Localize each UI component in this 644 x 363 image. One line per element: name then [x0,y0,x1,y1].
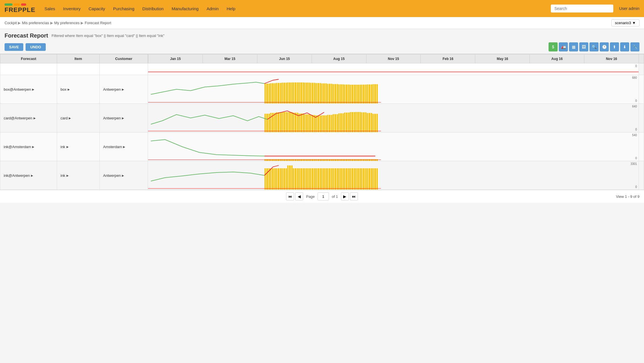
page-input[interactable] [318,192,329,200]
scrollbar-cell-3[interactable] [639,161,644,190]
user-admin[interactable]: User admin [619,6,639,11]
customer-cell-0[interactable]: Antwerpen ▶ [100,85,148,94]
item-cell-3[interactable]: ink ▶ [57,171,99,180]
truck-icon-btn[interactable]: 🚛 [559,42,568,51]
first-page-btn[interactable]: ⏮ [286,192,294,200]
save-button[interactable]: SAVE [5,43,23,51]
scrollbar-cell-1[interactable] [639,104,644,132]
empty-row: 0 [0,63,644,75]
col-header-forecast: Forecast [0,54,57,63]
nav-capacity[interactable]: Capacity [85,4,109,13]
clock-icon-btn[interactable]: 🕐 [600,42,609,51]
th-may16: May 16 [475,55,530,63]
forecast-cell-1[interactable]: card@Antwerpen ▶ [0,114,57,123]
prev-page-btn[interactable]: ◀ [295,192,303,200]
nav-manufacturing[interactable]: Manufacturing [168,4,202,13]
table-icon-btn[interactable]: ▦ [569,42,578,51]
col-header-timeseries: Jan 15 Mar 15 Jun 15 Aug 15 Nov 15 Feb 1… [148,54,639,63]
table-row: box@Antwerpen ▶ box ▶ Antwerpen ▶ [0,75,644,104]
item-cell-1[interactable]: card ▶ [57,114,99,123]
forecast-cell-0[interactable]: box@Antwerpen ▶ [0,85,57,94]
nav-purchasing[interactable]: Purchasing [110,4,138,13]
customer-cell-1[interactable]: Antwerpen ▶ [100,114,148,123]
th-mar15: Mar 15 [203,55,257,63]
breadcrumb-bar: Cockpit ▶ Mis preferencias ▶ My preferen… [0,17,644,29]
breadcrumb-cockpit[interactable]: Cockpit [5,21,17,25]
th-aug16: Aug 16 [530,55,584,63]
page-header: Forecast Report Filtered where Item equa… [0,29,644,41]
scrollbar-cell-0[interactable] [639,75,644,104]
wrench-icon-btn[interactable]: 🔧 [630,42,639,51]
search-icon-btn[interactable]: 🔍 [589,42,599,51]
th-nov16: Nov 16 [584,55,639,63]
toolbar: SAVE UNDO $ 🚛 ▦ 🖼 🔍 🕐 ⬆ ⬇ 🔧 [0,41,644,54]
page-title: Forecast Report [5,32,48,39]
table-row: ink@Antwerpen ▶ ink ▶ Antwerpen ▶ [0,161,644,190]
pagination-bar: ⏮ ◀ Page of 1 ▶ ⏭ View 1 - 9 of 9 [0,190,644,203]
nav-sales[interactable]: Sales [41,4,59,13]
forecast-cell-3[interactable]: ink@Antwerpen ▶ [0,171,57,180]
view-info: View 1 - 9 of 9 [358,194,639,199]
last-page-btn[interactable]: ⏭ [350,192,358,200]
breadcrumb-mis[interactable]: Mis preferencias [22,21,49,25]
breadcrumb: Cockpit ▶ Mis preferencias ▶ My preferen… [5,21,111,25]
col-header-item: Item [57,54,100,63]
pagination-controls: ⏮ ◀ Page of 1 ▶ ⏭ [286,192,358,200]
undo-button[interactable]: UNDO [26,43,45,51]
th-nov15: Nov 15 [366,55,421,63]
top-nav: FREPPLE Sales Inventory Capacity Purchas… [0,0,644,17]
search-input[interactable] [551,5,613,13]
th-aug15: Aug 15 [312,55,366,63]
scrollbar-cell[interactable] [639,63,644,75]
customer-cell-2[interactable]: Amsterdam ▶ [100,142,148,151]
nav-help[interactable]: Help [223,4,239,13]
th-jan15: Jan 15 [148,55,203,63]
nav-inventory[interactable]: Inventory [60,4,84,13]
item-cell-0[interactable]: box ▶ [57,85,99,94]
logo[interactable]: FREPPLE [5,3,35,14]
nav-admin[interactable]: Admin [203,4,222,13]
table-row: card@Antwerpen ▶ card ▶ Antwerpen ▶ [0,104,644,132]
th-jun15: Jun 15 [257,55,312,63]
table-row: ink@Amsterdam ▶ ink ▶ Amsterdam ▶ [0,132,644,161]
image-icon-btn[interactable]: 🖼 [579,42,588,51]
th-feb16: Feb 16 [421,55,475,63]
next-page-btn[interactable]: ▶ [341,192,349,200]
report-table: Forecast Item Customer Jan 15 Mar 15 Jun… [0,54,644,190]
page-label: Page [306,194,314,199]
col-header-customer: Customer [100,54,148,63]
download-icon-btn[interactable]: ⬇ [620,42,629,51]
nav-distribution[interactable]: Distribution [139,4,167,13]
filter-text: Filtered where Item equal "box" || Item … [51,34,164,38]
customer-cell-3[interactable]: Antwerpen ▶ [100,171,148,180]
scenario-selector[interactable]: scenario3 ▼ [611,19,639,26]
forecast-cell-2[interactable]: ink@Amsterdam ▶ [0,142,57,151]
table-wrapper: Forecast Item Customer Jan 15 Mar 15 Jun… [0,54,644,190]
scrollbar-cell-2[interactable] [639,132,644,161]
of-label: of 1 [332,194,338,199]
dollar-icon-btn[interactable]: $ [549,42,558,51]
upload-icon-btn[interactable]: ⬆ [610,42,619,51]
item-cell-2[interactable]: ink ▶ [57,142,99,151]
logo-text: FREPPLE [5,6,35,14]
breadcrumb-report[interactable]: Forecast Report [85,21,111,25]
breadcrumb-my-prefs[interactable]: My preferences [54,21,80,25]
scrollbar-header [639,54,644,63]
